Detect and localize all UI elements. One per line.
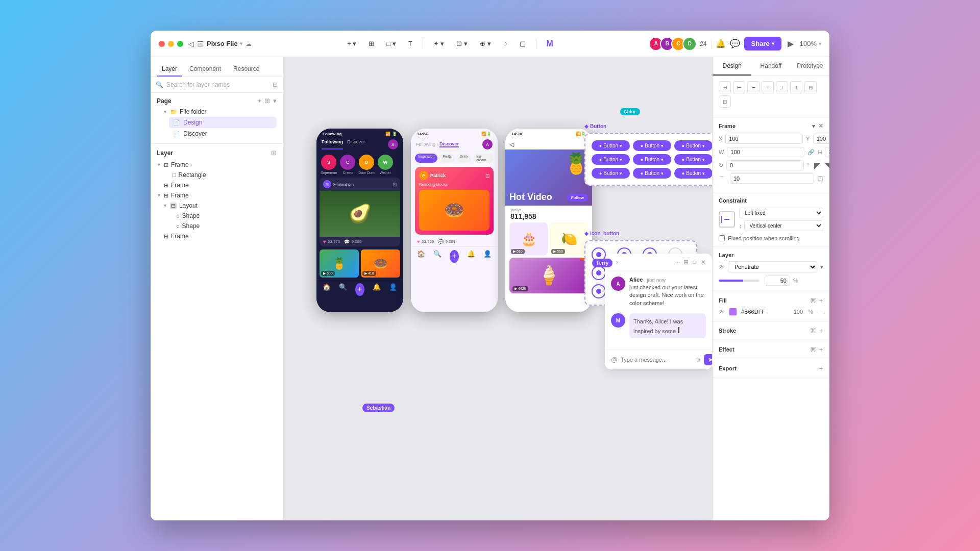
layer-frame-3[interactable]: ▼ ⊞ Frame — [151, 190, 283, 201]
search-icon[interactable]: 🔍 — [339, 283, 347, 296]
cat-inspiration[interactable]: Inspiration — [415, 154, 437, 163]
radius-input[interactable] — [730, 173, 814, 184]
hide-fill-icon[interactable]: 👁 — [719, 308, 725, 315]
layer-rect[interactable]: ▼ □ Rectangle — [151, 170, 283, 180]
transform-btn[interactable]: ⊕ ▾ — [476, 38, 495, 49]
ph2-home-icon[interactable]: 🏠 — [417, 250, 425, 263]
tab-component[interactable]: Component — [184, 62, 226, 77]
tab-design[interactable]: Design — [713, 57, 751, 76]
layer-layout[interactable]: ▼ ⊟ Layout — [151, 201, 283, 211]
layer-mode-select[interactable]: Penetrate — [728, 261, 817, 272]
opacity-slider[interactable] — [719, 280, 760, 282]
arrange-btn[interactable]: ⊡ ▾ — [452, 38, 472, 49]
w-input[interactable] — [727, 147, 804, 157]
text-tool-btn[interactable]: T — [404, 38, 416, 49]
ph2-profile-icon[interactable]: 👤 — [483, 250, 492, 263]
h-input[interactable] — [825, 147, 829, 157]
shape-tool-btn[interactable]: □ ▾ — [382, 38, 400, 49]
chat-input[interactable] — [621, 357, 691, 363]
add-icon[interactable]: + — [355, 283, 365, 296]
chat-forward-icon[interactable]: › — [616, 259, 618, 266]
align-left-btn[interactable]: ⊣ — [719, 81, 731, 93]
add-fill-btn[interactable]: + — [819, 296, 823, 305]
layer-shape-1[interactable]: ▼ ○ Shape — [151, 211, 283, 221]
cat-drink[interactable]: Drink — [457, 154, 471, 163]
y-input[interactable] — [813, 134, 829, 144]
page-discover[interactable]: 📄 Discover — [169, 128, 277, 139]
layer-frame-2[interactable]: ▼ ⊞ Frame — [151, 180, 283, 190]
frame-close-icon[interactable]: ✕ — [818, 122, 823, 130]
filter-icon[interactable]: ⊟ — [273, 81, 278, 88]
back-icon[interactable]: ◁ — [188, 40, 194, 48]
pen-tool-btn[interactable]: ✦ ▾ — [429, 38, 449, 49]
add-stroke-btn[interactable]: + — [819, 327, 823, 335]
circle-btn[interactable]: ○ — [499, 38, 511, 49]
btn-9[interactable]: ●Button▾ — [674, 168, 712, 179]
file-folder[interactable]: ▼ 📁 File folder — [161, 107, 277, 117]
emoji-icon[interactable]: ☺ — [694, 356, 701, 363]
layer-frame-1[interactable]: ▼ ⊞ Frame — [151, 160, 283, 170]
close-button[interactable] — [159, 41, 165, 47]
remove-fill-btn[interactable]: − — [819, 308, 823, 316]
align-center-h-btn[interactable]: ⊢ — [733, 81, 745, 93]
btn-2[interactable]: ●Button▾ — [633, 140, 671, 151]
ph2-search-icon[interactable]: 🔍 — [433, 250, 442, 263]
search-input[interactable] — [166, 81, 270, 88]
maximize-button[interactable] — [177, 41, 183, 47]
tab-layer[interactable]: Layer — [157, 62, 182, 77]
ph2-discover-tab[interactable]: Discover — [439, 141, 459, 147]
btn-6[interactable]: ●Button▾ — [674, 154, 712, 165]
profile-icon[interactable]: 👤 — [389, 283, 397, 296]
chat-emoji-icon[interactable]: ☺ — [692, 259, 698, 266]
menu-icon[interactable]: ☰ — [197, 40, 204, 48]
ph3-back[interactable]: ◁ — [505, 138, 592, 149]
app-name[interactable]: Pixso File ▾ — [207, 40, 242, 47]
btn-3[interactable]: ●Button▾ — [674, 140, 712, 151]
constraint-h-select[interactable]: Left fixed — [739, 208, 823, 218]
icon-btn-9[interactable] — [592, 284, 606, 298]
page-grid-icon[interactable]: ⊞ — [264, 97, 270, 105]
icon-btn-5[interactable] — [592, 266, 606, 280]
canvas-area[interactable]: Chloe Following 📶🔋 Following — [283, 57, 712, 520]
add-tool-btn[interactable]: + ▾ — [343, 38, 360, 49]
fixed-scroll-checkbox[interactable] — [719, 235, 725, 241]
page-design[interactable]: 📄 Design — [169, 117, 277, 128]
tab-resource[interactable]: Resource — [228, 62, 264, 77]
brand-btn[interactable]: M — [543, 37, 557, 51]
notification-icon[interactable]: 🔔 — [716, 39, 726, 48]
tab-handoff[interactable]: Handoff — [751, 57, 790, 76]
cat-icecream[interactable]: ice-cream — [473, 154, 494, 163]
btn-7[interactable]: ●Button▾ — [592, 168, 630, 179]
chat-close-icon[interactable]: ✕ — [701, 259, 706, 266]
layer-shape-2[interactable]: ▼ ○ Shape — [151, 221, 283, 231]
btn-5[interactable]: ●Button▾ — [633, 154, 671, 165]
opacity-input[interactable] — [765, 276, 790, 286]
chat-grid-icon[interactable]: ⊞ — [683, 259, 689, 266]
ph2-add-icon[interactable]: + — [450, 250, 459, 263]
distribute-v-btn[interactable]: ⊟ — [719, 95, 731, 108]
layer-frame-4[interactable]: ▼ ⊞ Frame — [151, 231, 283, 241]
zoom-control[interactable]: 100% ▾ — [800, 40, 821, 47]
link-icon[interactable]: 🔗 — [807, 149, 815, 156]
layer-settings-icon[interactable]: ⊞ — [271, 149, 277, 157]
align-center-v-btn[interactable]: ⊥ — [776, 81, 788, 93]
chat-ellipsis-icon[interactable]: ··· — [675, 259, 680, 266]
home-icon[interactable]: 🏠 — [323, 283, 331, 296]
play-button[interactable]: ▶ — [786, 37, 796, 51]
page-chevron-icon[interactable]: ▾ — [273, 97, 277, 105]
ph2-following-tab[interactable]: Following — [416, 142, 435, 147]
x-input[interactable] — [725, 134, 803, 144]
cat-fruits[interactable]: Fruits — [439, 154, 455, 163]
frame-chevron[interactable]: ▾ — [812, 123, 815, 130]
rotation-input[interactable] — [726, 160, 804, 170]
chat-send-button[interactable]: ➤ — [704, 354, 712, 365]
add-effect-btn[interactable]: + — [819, 345, 823, 354]
btn-8[interactable]: ●Button▾ — [633, 168, 671, 179]
share-button[interactable]: Share ▾ — [744, 37, 781, 51]
rect-btn[interactable]: ▢ — [516, 38, 530, 49]
ph2-bell-icon[interactable]: 🔔 — [467, 250, 475, 263]
following-tab[interactable]: Following — [322, 139, 343, 149]
frame-tool-btn[interactable]: ⊞ — [364, 38, 378, 49]
eye-icon[interactable]: 👁 — [719, 263, 725, 270]
align-top-btn[interactable]: ⊤ — [762, 81, 774, 93]
